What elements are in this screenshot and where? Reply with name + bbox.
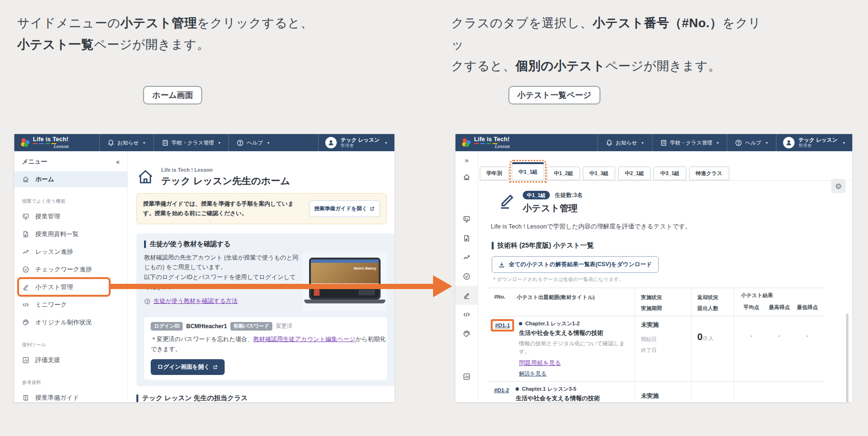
sidebar-section-reference: 参考資料 (22, 379, 120, 386)
row-max-score: - (765, 332, 794, 339)
rail-lesson-progress-icon[interactable] (455, 248, 478, 267)
rail-quiz-management-icon[interactable] (455, 286, 478, 305)
book-icon (22, 394, 30, 402)
caption-left-text2: をクリックすると、 (197, 16, 313, 30)
laptop-preview-image: Mom's Bakery (302, 253, 387, 311)
sidebar-item-original-production[interactable]: オリジナル制作状況 (14, 313, 127, 331)
how-to-check-materials-link[interactable]: 生徒が使う教材を確認する方法 (154, 297, 238, 305)
nav-help[interactable]: ヘルプ▼ (727, 134, 776, 151)
col-max: 最高得点 (765, 304, 794, 311)
heading-bar (136, 394, 138, 402)
rail-checkwork-progress-icon[interactable] (455, 267, 478, 286)
logo-subtext: Lesson (33, 145, 69, 149)
sidebar-item-label: チェックワーク進捗 (35, 265, 92, 274)
rail-miniwork-icon[interactable] (455, 305, 478, 324)
monitor-icon (22, 213, 30, 220)
caption-left-bold2: 小テスト一覧 (17, 37, 94, 52)
quiz-number-link[interactable]: #D1-2 (494, 387, 509, 403)
login-id-badge: ログインID (151, 322, 183, 331)
tab-special-class[interactable]: 特進クラス (689, 166, 729, 180)
user-role: 管理者 (798, 143, 837, 148)
logo-pinwheel-icon (21, 138, 30, 147)
prep-guide-notice-text: 授業準備ガイドでは、授業を準備する手順を案内しています。授業を始める前にご確認く… (143, 199, 300, 218)
row-min-score: - (793, 402, 821, 403)
nav-school-class[interactable]: 学校・クラス管理▼ (652, 134, 727, 151)
sidebar-item-lesson-prep-guide[interactable]: 授業準備ガイド (14, 389, 127, 402)
caption-right-bold1: 小テスト番号（#No.） (592, 16, 722, 30)
sidebar-collapse-button[interactable]: « (116, 158, 120, 166)
sidebar-item-miniwork[interactable]: ミニワーク (14, 296, 127, 313)
col-range: 小テスト出題範囲(教材タイトル) (517, 294, 595, 312)
rail-evaluation-support-icon[interactable] (455, 367, 478, 386)
view-answer-link[interactable]: 解説を見る (519, 370, 547, 377)
navbar: Life is Tech! Lesson お知らせ▼ 学校・クラス管理▼ ヘルプ… (455, 134, 852, 151)
open-prep-guide-button[interactable]: 授業準備ガイドを開く (309, 200, 380, 217)
download-csv-button-label: 全ての小テストの解答結果一覧表(CSV)をダウンロード (509, 260, 652, 269)
tab-by-grade[interactable]: 学年別 (480, 166, 509, 180)
tab-class-1-2[interactable]: 中1_2組 (547, 166, 579, 180)
nav-school-class[interactable]: 学校・クラス管理▼ (154, 134, 229, 151)
app-logo[interactable]: Life is Tech! Lesson (455, 134, 540, 151)
login-id-value: BCMHteacher1 (186, 323, 227, 330)
logo-text: Life is Tech! (474, 136, 510, 143)
rail-home-icon[interactable] (455, 167, 478, 187)
tab-class-1-3[interactable]: 中1_3組 (583, 166, 615, 180)
home-page-title: テック レッスン先生のホーム (161, 175, 290, 187)
user-avatar (783, 137, 795, 148)
label-home-screen: ホーム画面 (143, 86, 202, 104)
settings-gear-button[interactable]: ⚙ (831, 179, 846, 193)
heading-bar (492, 242, 494, 249)
row-max-score: - (765, 402, 794, 403)
sidebar-item-lesson-materials[interactable]: 授業用資料一覧 (14, 225, 127, 243)
sidebar-item-evaluation-support[interactable]: 評価支援 (14, 351, 127, 369)
sidebar-item-label: 授業用資料一覧 (35, 230, 79, 239)
row-chapter: Chapter.1 レッスン1-2 (525, 320, 579, 327)
password-note-text: ＊変更済のパスワードを忘れた場合、 (151, 336, 253, 343)
sidebar-item-label: 評価支援 (35, 356, 60, 364)
quiz-number-link[interactable]: #D1-1 (495, 322, 510, 328)
col-result: 小テスト結果 (737, 292, 821, 299)
view-question-sheet-link[interactable]: 問題用紙を見る (519, 359, 561, 367)
rail-lesson-management-icon[interactable] (455, 209, 478, 228)
sidebar-item-checkwork-progress[interactable]: チェックワーク進捗 (14, 260, 127, 278)
app-logo[interactable]: Life is Tech! Lesson (14, 134, 99, 151)
rail-original-production-icon[interactable] (455, 324, 478, 343)
sidebar-item-label: レッスン進捗 (35, 248, 73, 256)
col-no: #No. (494, 294, 506, 312)
home-main: Life is Tech ! Lesson テック レッスン先生のホーム 授業準… (128, 151, 394, 402)
row-chapter: Chapter.1 レッスン3-5 (522, 385, 576, 393)
user-name: テック レッスン (798, 137, 837, 143)
download-csv-button[interactable]: 全ての小テストの解答結果一覧表(CSV)をダウンロード (492, 256, 659, 273)
rail-lesson-materials-icon[interactable] (455, 228, 478, 248)
account-edit-page-link[interactable]: 教材確認用生徒アカウント編集ページ (253, 336, 356, 343)
building-icon (660, 139, 667, 146)
heading-bar (144, 240, 146, 248)
home-icon-large (136, 168, 155, 186)
caret-down-icon: ▼ (384, 141, 388, 145)
help-circle-icon (144, 298, 151, 305)
sidebar-expand-button[interactable]: » (465, 156, 468, 167)
document-icon (22, 230, 30, 238)
prep-guide-notice: 授業準備ガイドでは、授業を準備する手順を案内しています。授業を始める前にご確認く… (136, 193, 387, 224)
col-return: 返却状況 (697, 294, 730, 301)
nav-notifications[interactable]: お知らせ▼ (598, 134, 652, 151)
nav-help[interactable]: ヘルプ▼ (229, 134, 278, 151)
check-circle-icon (22, 266, 30, 273)
bar-chart-icon (22, 356, 30, 364)
home-screenshot: Life is Tech! Lesson お知らせ▼ 学校・クラス管理▼ ヘルプ… (14, 134, 394, 402)
pencil-icon-large (497, 191, 517, 210)
nav-notifications[interactable]: お知らせ▼ (100, 134, 154, 151)
quiz-table: #No. 小テスト出題範囲(教材タイトル) 実施状況 実施期間 返却状況 提出人… (488, 288, 824, 402)
sidebar-item-lesson-progress[interactable]: レッスン進捗 (14, 243, 127, 260)
tab-class-1-1[interactable]: 中1_1組 (512, 162, 544, 180)
vertical-scrollbar[interactable] (846, 313, 848, 402)
sidebar-item-home[interactable]: ホーム (14, 171, 127, 187)
nav-user-menu[interactable]: テック レッスン 管理者 ▼ (319, 134, 394, 151)
tab-class-3-1[interactable]: 中3_1組 (653, 166, 686, 180)
table-header-row: #No. 小テスト出題範囲(教材タイトル) 実施状況 実施期間 返却状況 提出人… (488, 288, 824, 316)
sidebar-item-lesson-management[interactable]: 授業管理 (14, 208, 127, 225)
initial-password-badge: 初期パスワード (230, 322, 272, 331)
nav-user-menu[interactable]: テック レッスン 管理者 ▼ (776, 134, 852, 151)
open-login-screen-button[interactable]: ログイン画面を開く (151, 359, 225, 375)
tab-class-2-1[interactable]: 中2_1組 (618, 166, 651, 180)
